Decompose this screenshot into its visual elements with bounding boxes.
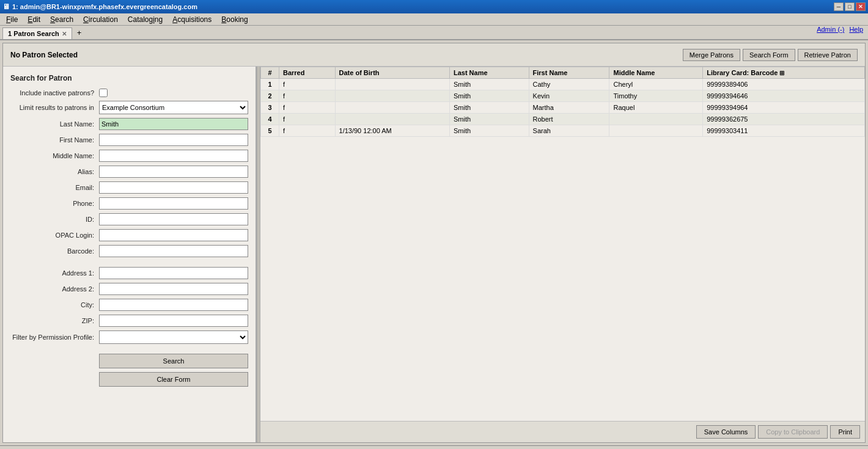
results-footer: Save Columns Copy to Clipboard Print	[260, 421, 865, 442]
cell-num: 3	[261, 102, 279, 114]
middle-name-input[interactable]	[99, 150, 248, 162]
table-row[interactable]: 3 f Smith Martha Raquel 99999394964	[261, 102, 865, 114]
address2-row: Address 2:	[10, 283, 248, 295]
title-bar: 🖥 1: admin@BR1-winxpvmfx.phasefx.evergre…	[0, 0, 868, 13]
cell-num: 1	[261, 79, 279, 90]
title-bar-controls: ─ □ ✕	[834, 2, 866, 11]
phone-label: Phone:	[10, 200, 99, 207]
maximize-button[interactable]: □	[845, 2, 855, 11]
clear-form-button[interactable]: Clear Form	[99, 372, 248, 387]
retrieve-patron-button[interactable]: Retrieve Patron	[798, 49, 858, 61]
tab-add-button[interactable]: +	[73, 26, 86, 39]
include-inactive-row: Include inactive patrons?	[10, 89, 248, 97]
menu-edit[interactable]: Edit	[23, 14, 45, 25]
email-input[interactable]	[99, 181, 248, 194]
copy-clipboard-button[interactable]: Copy to Clipboard	[758, 425, 828, 439]
table-row[interactable]: 4 f Smith Robert 99999362675	[261, 114, 865, 125]
cell-first: Robert	[529, 114, 609, 125]
col-header-first[interactable]: First Name	[529, 67, 609, 79]
email-row: Email:	[10, 181, 248, 194]
admin-bar: Admin (-) Help	[817, 26, 863, 33]
close-button[interactable]: ✕	[856, 2, 866, 11]
menu-booking[interactable]: Booking	[216, 14, 252, 25]
cell-last: Smith	[449, 90, 529, 102]
table-row[interactable]: 2 f Smith Kevin Timothy 99999394646	[261, 90, 865, 102]
cell-num: 2	[261, 90, 279, 102]
cell-dob	[335, 79, 449, 90]
address2-input[interactable]	[99, 283, 248, 295]
search-panel: Search for Patron Include inactive patro…	[3, 67, 257, 442]
search-button[interactable]: Search	[99, 354, 248, 368]
cell-barred: f	[279, 114, 336, 125]
cell-first: Sarah	[529, 125, 609, 137]
cell-barred: f	[279, 90, 336, 102]
tab-patron-search[interactable]: 1 Patron Search ✕	[2, 27, 72, 39]
tab-close-icon[interactable]: ✕	[62, 31, 67, 37]
alias-label: Alias:	[10, 168, 99, 175]
col-header-num[interactable]: #	[261, 67, 279, 79]
permission-profile-row: Filter by Permission Profile:	[10, 330, 248, 344]
save-columns-button[interactable]: Save Columns	[696, 425, 756, 439]
search-form-button[interactable]: Search Form	[743, 49, 795, 61]
cell-last: Smith	[449, 125, 529, 137]
zip-input[interactable]	[99, 315, 248, 327]
cell-barcode: 99999389406	[703, 79, 865, 90]
barcode-input[interactable]	[99, 245, 248, 257]
col-header-dob[interactable]: Date of Birth	[335, 67, 449, 79]
tab-bar: 1 Patron Search ✕ +	[0, 26, 868, 40]
id-input[interactable]	[99, 213, 248, 225]
menu-circulation[interactable]: Circulation	[78, 14, 123, 25]
results-table-wrapper: # Barred Date of Birth Last Name First N…	[260, 67, 865, 421]
last-name-row: Last Name:	[10, 118, 248, 130]
permission-profile-select[interactable]	[99, 330, 248, 344]
last-name-input[interactable]	[99, 118, 248, 130]
cell-barcode: 99999394964	[703, 102, 865, 114]
opac-login-label: OPAC Login:	[10, 232, 99, 239]
results-tbody: 1 f Smith Cathy Cheryl 99999389406 2 f S…	[261, 79, 865, 137]
admin-link[interactable]: Admin (-)	[817, 26, 844, 33]
col-header-middle[interactable]: Middle Name	[609, 67, 703, 79]
col-header-barred[interactable]: Barred	[279, 67, 336, 79]
middle-name-label: Middle Name:	[10, 152, 99, 159]
city-input[interactable]	[99, 299, 248, 311]
address1-input[interactable]	[99, 267, 248, 279]
help-link[interactable]: Help	[849, 26, 863, 33]
first-name-input[interactable]	[99, 134, 248, 146]
cell-middle: Cheryl	[609, 79, 703, 90]
main-area: No Patron Selected Merge Patrons Search …	[2, 43, 866, 443]
print-button[interactable]: Print	[830, 425, 860, 439]
merge-patrons-button[interactable]: Merge Patrons	[683, 49, 740, 61]
cell-middle: Raquel	[609, 102, 703, 114]
table-row[interactable]: 5 f 1/13/90 12:00 AM Smith Sarah 9999930…	[261, 125, 865, 137]
col-resize-icon[interactable]: ⊞	[779, 70, 784, 76]
menu-bar: File Edit Search Circulation Cataloging …	[0, 13, 868, 26]
menu-search[interactable]: Search	[45, 14, 78, 25]
include-inactive-checkbox[interactable]	[99, 89, 108, 97]
id-row: ID:	[10, 213, 248, 225]
menu-file[interactable]: File	[1, 14, 23, 25]
minimize-button[interactable]: ─	[834, 2, 844, 11]
permission-profile-label: Filter by Permission Profile:	[10, 334, 99, 341]
col-header-barcode[interactable]: Library Card: Barcode ⊞	[703, 67, 865, 79]
barcode-label: Barcode:	[10, 247, 99, 255]
title-bar-left: 🖥 1: admin@BR1-winxpvmfx.phasefx.evergre…	[2, 2, 197, 11]
limit-results-select[interactable]: Example Consortium	[99, 101, 248, 114]
city-label: City:	[10, 301, 99, 308]
table-row[interactable]: 1 f Smith Cathy Cheryl 99999389406	[261, 79, 865, 90]
phone-input[interactable]	[99, 197, 248, 210]
cell-barcode: 99999394646	[703, 90, 865, 102]
cell-num: 5	[261, 125, 279, 137]
menu-acquisitions[interactable]: Acquisitions	[167, 14, 216, 25]
results-panel: # Barred Date of Birth Last Name First N…	[260, 67, 865, 442]
menu-cataloging[interactable]: Cataloging	[123, 14, 167, 25]
opac-login-input[interactable]	[99, 229, 248, 241]
alias-input[interactable]	[99, 166, 248, 178]
barcode-row: Barcode:	[10, 245, 248, 257]
col-header-last[interactable]: Last Name	[449, 67, 529, 79]
cell-first: Cathy	[529, 79, 609, 90]
app-icon: 🖥	[2, 2, 10, 11]
cell-dob	[335, 102, 449, 114]
email-label: Email:	[10, 184, 99, 191]
cell-barred: f	[279, 102, 336, 114]
patron-status: No Patron Selected	[10, 51, 78, 59]
